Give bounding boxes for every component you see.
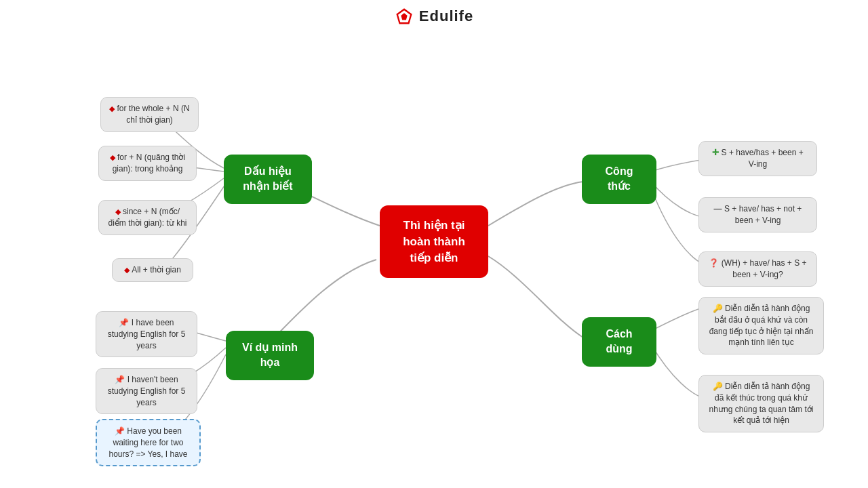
header: Edulife [0,0,868,29]
svg-marker-1 [401,13,407,20]
node-cong-thuc: Công thức [582,155,656,204]
leaf-all: ◆ All + thời gian [112,258,193,282]
app-title: Edulife [419,7,473,25]
node-dau-hieu: Dấu hiệu nhận biết [224,155,312,204]
leaf-vi-du-3: 📌 Have you been waiting here for two hou… [96,419,201,466]
leaf-vi-du-1: 📌 I have been studying English for 5 yea… [96,311,197,357]
center-node: Thì hiện tại hoàn thành tiếp diễn [380,205,488,278]
leaf-formula-minus: — S + have/ has + not + been + V-ing [698,197,817,232]
node-cach-dung: Cách dùng [582,317,656,367]
node-vi-du: Ví dụ minh họa [226,331,314,380]
leaf-for-the-whole: ◆ for the whole + N (N chỉ thời gian) [100,97,199,132]
leaf-since: ◆ since + N (mốc/điểm thời gian): từ khi [98,200,197,235]
leaf-cach-dung-1: 🔑 Diễn diễn tả hành động bắt đầu ở quá k… [698,297,824,354]
leaf-vi-du-2: 📌 I haven't been studying English for 5 … [96,368,197,414]
leaf-for-n: ◆ for + N (quãng thời gian): trong khoản… [98,146,197,181]
leaf-formula-plus: ✛ S + have/has + been + V-ing [698,141,817,176]
leaf-cach-dung-2: 🔑 Diễn diễn tả hành động đã kết thúc tro… [698,375,824,432]
edulife-logo-icon [395,7,414,26]
leaf-formula-question: ❓ (WH) + have/ has + S + been + V-ing? [698,251,817,287]
mindmap-container: Thì hiện tại hoàn thành tiếp diễn Dấu hi… [0,29,868,476]
